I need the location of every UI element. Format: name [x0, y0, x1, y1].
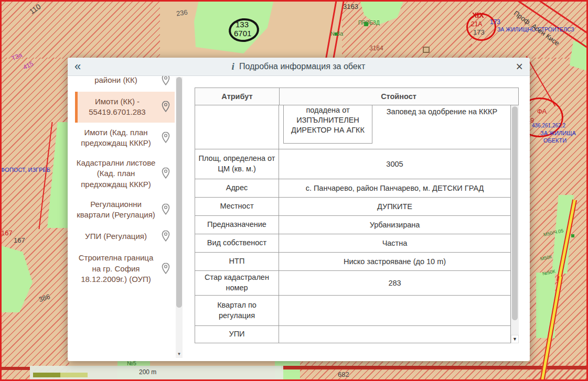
- sidebar-scrollbar[interactable]: ▼: [176, 77, 183, 358]
- map-label: 3164: [369, 45, 383, 52]
- collapse-button[interactable]: «: [74, 61, 81, 72]
- value-cell: Частна: [279, 234, 510, 252]
- value-cell: [279, 296, 510, 325]
- attribute-cell: Предназначение: [195, 216, 279, 234]
- table-header-row: Атрибут Стойност: [195, 88, 519, 105]
- table-row: Квартал по регулация: [195, 296, 510, 326]
- info-dialog: « i Подробна информация за обект × район…: [68, 58, 530, 361]
- table-scroll-down-icon[interactable]: ▼: [511, 335, 519, 343]
- sidebar-item-label: райони (КК): [75, 76, 157, 85]
- sidebar-item-imoti-kad-plan[interactable]: Имоти (Кад. план предхождащ КККР): [75, 123, 175, 154]
- value-cell: [279, 326, 510, 343]
- table-row: Адрес с. Панчарево, район Панчарево, м. …: [195, 179, 510, 198]
- map-label: 682: [338, 371, 349, 378]
- scale-bar-segment: [60, 373, 88, 377]
- table-row: Местност ДУПКИТЕ: [195, 198, 510, 216]
- value-cell: с. Панчарево, район Панчарево, м. ДЕТСКИ…: [279, 179, 510, 197]
- map-pin-icon: [157, 100, 175, 114]
- attribute-cell: [195, 105, 279, 149]
- map-viewport[interactable]: 110 236 133 6701 3163 3164 №3а ПРОЕЗД XI…: [0, 0, 588, 381]
- table-scrollbar-thumb[interactable]: [512, 106, 518, 320]
- value-cell: Урбанизирана: [279, 216, 510, 234]
- map-label: ФОПОСТ, ИЗГРЕБ: [1, 167, 50, 173]
- sidebar-item-label: Регулационни квартали (Регулация): [75, 199, 157, 221]
- sidebar-item-kadastralni-listove[interactable]: Кадастрални листове (Кад. план предхожда…: [75, 153, 175, 194]
- map-label: 21А: [471, 21, 482, 28]
- sidebar-item-stroitelna-granica[interactable]: Строителна граница на гр. София 18.12.20…: [75, 248, 175, 289]
- table-row: НТП Ниско застрояване (до 10 m): [195, 253, 510, 271]
- value-cell: 283: [279, 271, 510, 295]
- sidebar-scrollbar-thumb[interactable]: [176, 77, 182, 308]
- map-label: 6701: [234, 29, 251, 38]
- map-label: XIX: [472, 12, 484, 19]
- map-label: 236: [176, 9, 188, 18]
- attribute-cell: НТП: [195, 253, 279, 270]
- map-label: 173: [473, 29, 485, 36]
- map-pin-icon: [157, 262, 175, 276]
- attribute-cell: Адрес: [195, 179, 279, 197]
- layer-list: райони (КК) Имоти (КК) - 55419.6701.283 …: [75, 76, 175, 361]
- header-value: Стойност: [280, 88, 518, 105]
- value-cell: подадена от ИЗПЪЛНИТЕЛЕН ДИРЕКТОР НА АГК…: [279, 105, 510, 149]
- table-scrollbar[interactable]: ▼: [511, 105, 519, 343]
- attribute-cell: Площ, определена от ЦМ (кв. м.): [195, 149, 279, 179]
- dialog-header: « i Подробна информация за обект ×: [68, 58, 530, 76]
- map-pin-icon: [157, 76, 175, 87]
- map-road-line: [0, 367, 30, 370]
- map-label: ЗА ЖИЛИЩА: [540, 130, 576, 136]
- map-label: ПРОЕЗД: [358, 20, 380, 26]
- map-label: 3163: [343, 3, 358, 10]
- table-row: Площ, определена от ЦМ (кв. м.) 3005: [195, 149, 510, 179]
- sidebar-item-imoti-kk-selected[interactable]: Имоти (КК) - 55419.6701.283: [75, 92, 175, 123]
- map-building: [423, 47, 430, 53]
- map-label: №3а: [330, 30, 343, 37]
- map-pin-icon: [157, 230, 175, 243]
- map-pin-icon: [157, 131, 175, 145]
- attribute-cell: УПИ: [195, 326, 279, 343]
- nested-value-cell: подадена от ИЗПЪЛНИТЕЛЕН ДИРЕКТОР НА АГК…: [283, 105, 372, 144]
- map-label: 167: [14, 237, 25, 244]
- map-label: ФА: [537, 108, 547, 115]
- map-label: 167: [1, 230, 13, 237]
- value-cell: Ниско застрояване (до 10 m): [279, 253, 510, 270]
- sidebar-item-label: Имоти (КК) - 55419.6701.283: [78, 96, 157, 118]
- map-pin-icon: [157, 167, 175, 180]
- dialog-body: райони (КК) Имоти (КК) - 55419.6701.283 …: [68, 76, 530, 361]
- map-label: 436,261,262,2: [532, 123, 565, 128]
- map-hatch-area: [0, 0, 160, 59]
- table-row: Стар кадастрален номер 283: [195, 271, 510, 296]
- map-label: 173: [490, 19, 500, 26]
- map-pin-icon: [157, 203, 175, 216]
- scale-bar-segment: [33, 373, 60, 377]
- sidebar-item-label: Строителна граница на гр. София 18.12.20…: [75, 253, 157, 285]
- map-point-marker: [571, 234, 574, 237]
- scale-bar-panel: 200 m: [30, 366, 283, 381]
- sidebar-item-regulacionni-kvartali[interactable]: Регулационни квартали (Регулация): [75, 194, 175, 225]
- attributes-table: Атрибут Стойност подадена от ИЗПЪЛНИТЕЛЕ…: [195, 88, 519, 343]
- attribute-cell: Местност: [195, 198, 279, 215]
- value-cell: 3005: [279, 149, 510, 179]
- table-row: Вид собственост Частна: [195, 234, 510, 253]
- map-label: 133: [236, 20, 249, 29]
- table-row: УПИ: [195, 326, 510, 343]
- sidebar-item-rajoni-kk[interactable]: райони (КК): [75, 76, 175, 92]
- value-cell: ДУПКИТЕ: [279, 198, 510, 215]
- table-row: подадена от ИЗПЪЛНИТЕЛЕН ДИРЕКТОР НА АГК…: [195, 105, 510, 149]
- sidebar-item-upi-regulacia[interactable]: УПИ (Регулация): [75, 225, 175, 248]
- header-attribute: Атрибут: [195, 88, 280, 105]
- info-icon: i: [232, 61, 234, 72]
- dialog-title-wrap: i Подробна информация за обект: [81, 61, 516, 72]
- table-row: Предназначение Урбанизирана: [195, 216, 510, 234]
- scale-bar-label: 200 m: [139, 368, 156, 376]
- sidebar-item-label: Имоти (Кад. план предхождащ КККР): [75, 127, 157, 149]
- attribute-cell: Стар кадастрален номер: [195, 271, 279, 295]
- sidebar-item-label: УПИ (Регулация): [75, 231, 157, 242]
- attribute-cell: Квартал по регулация: [195, 296, 279, 325]
- close-icon[interactable]: ×: [516, 61, 523, 73]
- sidebar-scroll-down-icon[interactable]: ▼: [176, 350, 183, 358]
- table-body: подадена от ИЗПЪЛНИТЕЛЕН ДИРЕКТОР НА АГК…: [195, 105, 511, 343]
- nested-value-text: Заповед за одобрение на КККР: [377, 107, 507, 116]
- attribute-cell: Вид собственост: [195, 234, 279, 252]
- map-label: ОБЕКТИ: [543, 137, 566, 144]
- table-body-wrap: подадена от ИЗПЪЛНИТЕЛЕН ДИРЕКТОР НА АГК…: [195, 105, 519, 343]
